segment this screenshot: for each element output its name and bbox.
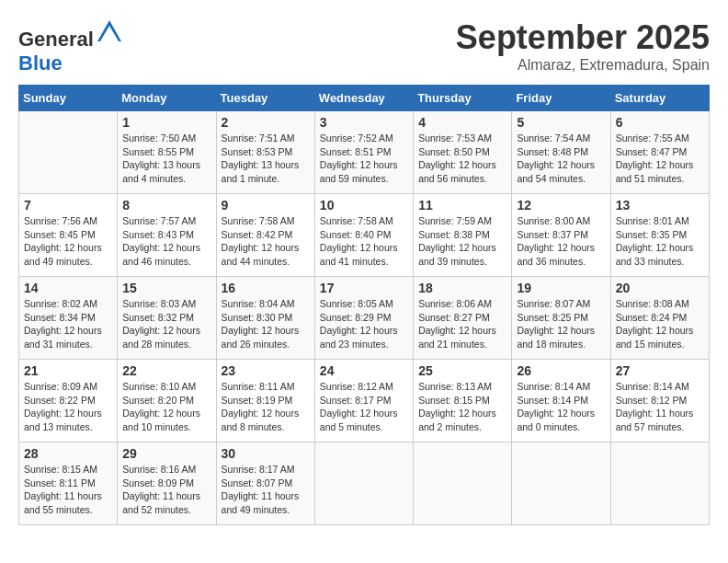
day-number: 3 [320, 115, 408, 130]
calendar-day-cell [610, 442, 709, 525]
calendar-day-cell: 14Sunrise: 8:02 AMSunset: 8:34 PMDayligh… [19, 277, 118, 360]
calendar-day-cell: 11Sunrise: 7:59 AMSunset: 8:38 PMDayligh… [414, 194, 512, 277]
day-of-week-header: Monday [118, 86, 216, 111]
day-number: 15 [122, 281, 210, 295]
logo-icon [96, 18, 123, 46]
calendar-day-cell: 24Sunrise: 8:12 AMSunset: 8:17 PMDayligh… [314, 360, 413, 442]
day-info: Sunrise: 7:53 AMSunset: 8:50 PMDaylight:… [418, 132, 506, 186]
day-of-week-header: Wednesday [314, 86, 413, 111]
day-info: Sunrise: 8:10 AMSunset: 8:20 PMDaylight:… [122, 380, 210, 434]
calendar-day-cell: 7Sunrise: 7:56 AMSunset: 8:45 PMDaylight… [19, 194, 118, 277]
calendar-day-cell: 13Sunrise: 8:01 AMSunset: 8:35 PMDayligh… [610, 194, 709, 277]
day-info: Sunrise: 7:56 AMSunset: 8:45 PMDaylight:… [24, 214, 112, 269]
day-number: 25 [418, 363, 506, 378]
day-number: 13 [616, 198, 704, 213]
day-info: Sunrise: 8:14 AMSunset: 8:12 PMDaylight:… [616, 380, 704, 434]
day-of-week-header: Saturday [610, 86, 709, 111]
logo: General Blue [18, 18, 123, 75]
day-info: Sunrise: 8:09 AMSunset: 8:22 PMDaylight:… [24, 380, 112, 434]
day-number: 26 [517, 363, 605, 378]
day-number: 6 [616, 115, 704, 130]
day-info: Sunrise: 8:16 AMSunset: 8:09 PMDaylight:… [122, 463, 210, 517]
calendar-week-row: 14Sunrise: 8:02 AMSunset: 8:34 PMDayligh… [19, 277, 710, 360]
day-info: Sunrise: 7:58 AMSunset: 8:42 PMDaylight:… [222, 214, 310, 269]
calendar-day-cell: 5Sunrise: 7:54 AMSunset: 8:48 PMDaylight… [512, 111, 610, 194]
calendar-week-row: 28Sunrise: 8:15 AMSunset: 8:11 PMDayligh… [19, 442, 710, 525]
day-info: Sunrise: 8:04 AMSunset: 8:30 PMDaylight:… [222, 297, 310, 351]
day-of-week-header: Thursday [414, 86, 512, 111]
day-number: 18 [418, 281, 506, 295]
page-header: General Blue September 2025 Almaraz, Ext… [18, 18, 710, 75]
day-info: Sunrise: 7:55 AMSunset: 8:47 PMDaylight:… [616, 132, 704, 186]
day-number: 7 [24, 198, 112, 213]
calendar-day-cell: 6Sunrise: 7:55 AMSunset: 8:47 PMDaylight… [610, 111, 709, 194]
day-info: Sunrise: 8:06 AMSunset: 8:27 PMDaylight:… [418, 297, 506, 351]
day-number: 1 [122, 115, 210, 130]
day-number: 4 [418, 115, 506, 130]
calendar-day-cell: 3Sunrise: 7:52 AMSunset: 8:51 PMDaylight… [314, 111, 413, 194]
day-number: 29 [122, 446, 210, 461]
calendar-day-cell: 10Sunrise: 7:58 AMSunset: 8:40 PMDayligh… [314, 194, 413, 277]
calendar-day-cell: 18Sunrise: 8:06 AMSunset: 8:27 PMDayligh… [414, 277, 512, 360]
day-info: Sunrise: 8:01 AMSunset: 8:35 PMDaylight:… [616, 214, 704, 269]
logo-general: General [18, 28, 94, 51]
logo-blue: Blue [18, 52, 63, 75]
day-number: 28 [24, 446, 112, 461]
day-number: 27 [616, 363, 704, 378]
calendar-day-cell: 4Sunrise: 7:53 AMSunset: 8:50 PMDaylight… [414, 111, 512, 194]
calendar-day-cell [314, 442, 413, 525]
day-info: Sunrise: 8:15 AMSunset: 8:11 PMDaylight:… [24, 463, 112, 517]
day-number: 14 [24, 281, 112, 295]
calendar-day-cell: 26Sunrise: 8:14 AMSunset: 8:14 PMDayligh… [512, 360, 610, 442]
calendar-day-cell: 27Sunrise: 8:14 AMSunset: 8:12 PMDayligh… [610, 360, 709, 442]
calendar-day-cell: 9Sunrise: 7:58 AMSunset: 8:42 PMDaylight… [216, 194, 314, 277]
calendar-day-cell: 22Sunrise: 8:10 AMSunset: 8:20 PMDayligh… [118, 360, 216, 442]
day-info: Sunrise: 8:13 AMSunset: 8:15 PMDaylight:… [418, 380, 506, 434]
day-number: 30 [222, 446, 310, 461]
day-info: Sunrise: 8:12 AMSunset: 8:17 PMDaylight:… [320, 380, 408, 434]
day-info: Sunrise: 8:14 AMSunset: 8:14 PMDaylight:… [517, 380, 605, 434]
title-block: September 2025 Almaraz, Extremadura, Spa… [456, 18, 710, 74]
day-number: 5 [517, 115, 605, 130]
day-info: Sunrise: 8:08 AMSunset: 8:24 PMDaylight:… [616, 297, 704, 351]
day-of-week-header: Sunday [19, 86, 118, 111]
calendar-day-cell: 17Sunrise: 8:05 AMSunset: 8:29 PMDayligh… [314, 277, 413, 360]
calendar-week-row: 7Sunrise: 7:56 AMSunset: 8:45 PMDaylight… [19, 194, 710, 277]
month-title: September 2025 [456, 18, 710, 57]
day-number: 12 [517, 198, 605, 213]
day-number: 19 [517, 281, 605, 295]
day-info: Sunrise: 8:11 AMSunset: 8:19 PMDaylight:… [222, 380, 310, 434]
day-number: 8 [122, 198, 210, 213]
location-title: Almaraz, Extremadura, Spain [456, 57, 710, 74]
calendar-day-cell [512, 442, 610, 525]
calendar-day-cell: 15Sunrise: 8:03 AMSunset: 8:32 PMDayligh… [118, 277, 216, 360]
day-info: Sunrise: 8:07 AMSunset: 8:25 PMDaylight:… [517, 297, 605, 351]
day-info: Sunrise: 7:51 AMSunset: 8:53 PMDaylight:… [222, 132, 310, 186]
day-number: 2 [222, 115, 310, 130]
day-info: Sunrise: 7:57 AMSunset: 8:43 PMDaylight:… [122, 214, 210, 269]
calendar-day-cell: 8Sunrise: 7:57 AMSunset: 8:43 PMDaylight… [118, 194, 216, 277]
day-info: Sunrise: 8:02 AMSunset: 8:34 PMDaylight:… [24, 297, 112, 351]
calendar-day-cell: 19Sunrise: 8:07 AMSunset: 8:25 PMDayligh… [512, 277, 610, 360]
day-info: Sunrise: 7:52 AMSunset: 8:51 PMDaylight:… [320, 132, 408, 186]
day-info: Sunrise: 8:03 AMSunset: 8:32 PMDaylight:… [122, 297, 210, 351]
day-info: Sunrise: 7:50 AMSunset: 8:55 PMDaylight:… [122, 132, 210, 186]
calendar-day-cell: 25Sunrise: 8:13 AMSunset: 8:15 PMDayligh… [414, 360, 512, 442]
day-info: Sunrise: 7:58 AMSunset: 8:40 PMDaylight:… [320, 214, 408, 269]
day-info: Sunrise: 7:59 AMSunset: 8:38 PMDaylight:… [418, 214, 506, 269]
calendar-day-cell: 29Sunrise: 8:16 AMSunset: 8:09 PMDayligh… [118, 442, 216, 525]
calendar-day-cell: 2Sunrise: 7:51 AMSunset: 8:53 PMDaylight… [216, 111, 314, 194]
day-info: Sunrise: 8:17 AMSunset: 8:07 PMDaylight:… [222, 463, 310, 517]
calendar-week-row: 1Sunrise: 7:50 AMSunset: 8:55 PMDaylight… [19, 111, 710, 194]
day-info: Sunrise: 8:05 AMSunset: 8:29 PMDaylight:… [320, 297, 408, 351]
day-number: 23 [222, 363, 310, 378]
day-info: Sunrise: 7:54 AMSunset: 8:48 PMDaylight:… [517, 132, 605, 186]
calendar-day-cell: 23Sunrise: 8:11 AMSunset: 8:19 PMDayligh… [216, 360, 314, 442]
day-of-week-header: Friday [512, 86, 610, 111]
calendar-day-cell: 16Sunrise: 8:04 AMSunset: 8:30 PMDayligh… [216, 277, 314, 360]
day-number: 20 [616, 281, 704, 295]
day-info: Sunrise: 8:00 AMSunset: 8:37 PMDaylight:… [517, 214, 605, 269]
calendar-day-cell: 20Sunrise: 8:08 AMSunset: 8:24 PMDayligh… [610, 277, 709, 360]
calendar-day-cell: 12Sunrise: 8:00 AMSunset: 8:37 PMDayligh… [512, 194, 610, 277]
logo-text: General Blue [18, 18, 123, 75]
